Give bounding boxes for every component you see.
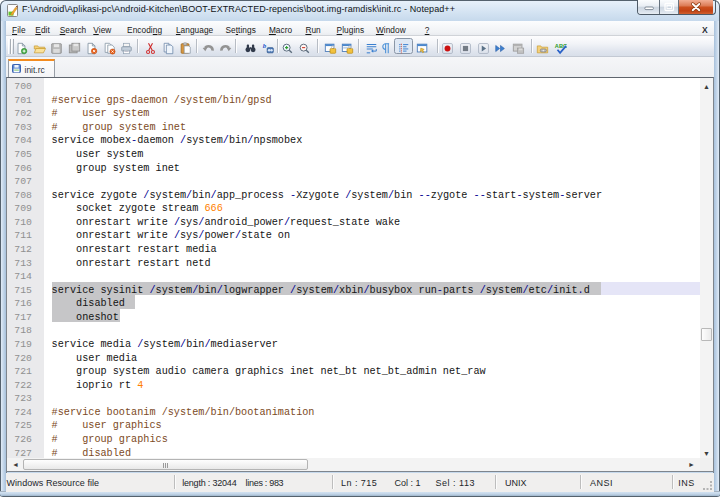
svg-text:b: b (262, 42, 266, 49)
